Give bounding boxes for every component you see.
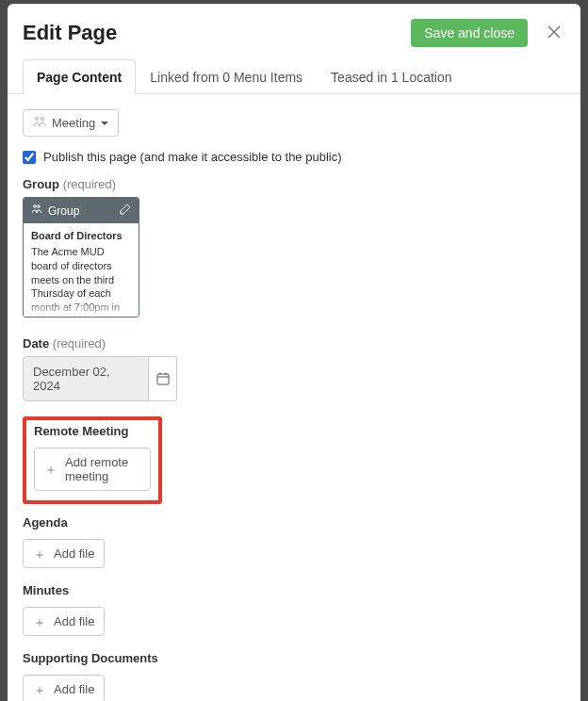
svg-rect-6 bbox=[157, 374, 169, 384]
dropdown-label: Meeting bbox=[52, 116, 95, 130]
page-type-dropdown[interactable]: Meeting bbox=[23, 109, 119, 137]
group-card[interactable]: Group Board of Directors The Acme MUD bo… bbox=[23, 197, 139, 318]
tab-teased-locations[interactable]: Teased in 1 Location bbox=[317, 59, 466, 94]
remote-meeting-label: Remote Meeting bbox=[34, 424, 151, 438]
supporting-docs-section: Supporting Documents ＋ Add file bbox=[23, 651, 565, 701]
group-card-header: Group bbox=[24, 198, 139, 223]
remote-meeting-highlight: Remote Meeting ＋ Add remote meeting bbox=[23, 416, 162, 504]
add-minutes-file-button[interactable]: ＋ Add file bbox=[23, 607, 105, 636]
add-remote-meeting-button[interactable]: ＋ Add remote meeting bbox=[34, 448, 151, 491]
date-section: Date (required) December 02, 2024 bbox=[23, 336, 565, 401]
agenda-section: Agenda ＋ Add file bbox=[23, 515, 565, 568]
svg-point-2 bbox=[36, 118, 39, 121]
chevron-down-icon bbox=[101, 122, 108, 125]
supporting-docs-label: Supporting Documents bbox=[23, 651, 565, 665]
tab-linked-menu-items[interactable]: Linked from 0 Menu Items bbox=[136, 59, 317, 94]
edit-page-modal: Edit Page Save and close Page Content Li… bbox=[8, 4, 580, 701]
svg-point-3 bbox=[41, 118, 44, 121]
modal-header: Edit Page Save and close bbox=[8, 4, 580, 58]
group-title: Board of Directors bbox=[31, 229, 131, 243]
save-and-close-button[interactable]: Save and close bbox=[411, 19, 528, 47]
close-button[interactable] bbox=[543, 21, 565, 46]
tab-page-content[interactable]: Page Content bbox=[23, 59, 136, 94]
group-description: The Acme MUD board of directors meets on… bbox=[31, 245, 131, 318]
publish-checkbox[interactable] bbox=[23, 151, 36, 164]
group-section: Group (required) Group Board of Director… bbox=[23, 177, 565, 318]
close-icon bbox=[547, 24, 562, 40]
pencil-icon[interactable] bbox=[120, 204, 131, 218]
minutes-section: Minutes ＋ Add file bbox=[23, 583, 565, 636]
svg-point-4 bbox=[34, 205, 37, 208]
date-value: December 02, 2024 bbox=[23, 356, 149, 401]
svg-point-5 bbox=[38, 205, 41, 208]
group-chip-label: Group bbox=[48, 204, 79, 218]
page-title-heading: Edit Page bbox=[23, 21, 411, 45]
meeting-icon bbox=[33, 116, 46, 130]
tab-bar: Page Content Linked from 0 Menu Items Te… bbox=[8, 58, 580, 94]
plus-icon: ＋ bbox=[33, 547, 46, 561]
minutes-label: Minutes bbox=[23, 583, 565, 597]
group-icon bbox=[31, 204, 42, 218]
plus-icon: ＋ bbox=[33, 615, 46, 628]
plus-icon: ＋ bbox=[33, 683, 46, 696]
group-card-body: Board of Directors The Acme MUD board of… bbox=[24, 223, 139, 318]
modal-content: Meeting Publish this page (and make it a… bbox=[8, 94, 580, 701]
add-supporting-file-button[interactable]: ＋ Add file bbox=[23, 675, 105, 701]
add-agenda-file-button[interactable]: ＋ Add file bbox=[23, 539, 105, 568]
publish-label: Publish this page (and make it accessibl… bbox=[43, 150, 342, 164]
date-picker-button[interactable] bbox=[149, 356, 177, 401]
calendar-icon bbox=[156, 372, 170, 385]
publish-checkbox-row[interactable]: Publish this page (and make it accessibl… bbox=[23, 150, 565, 164]
date-label: Date (required) bbox=[23, 336, 565, 350]
plus-icon: ＋ bbox=[44, 463, 57, 476]
agenda-label: Agenda bbox=[23, 515, 565, 530]
group-label: Group (required) bbox=[23, 177, 565, 191]
date-row: December 02, 2024 bbox=[23, 356, 565, 401]
